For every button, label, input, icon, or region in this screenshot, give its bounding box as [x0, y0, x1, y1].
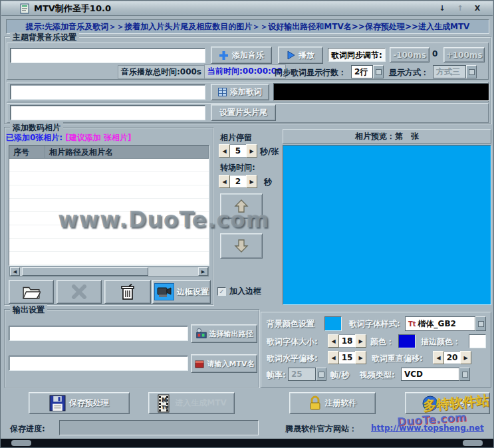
decrement-icon[interactable]: ◀ [328, 334, 339, 348]
skin-tab-left [11, 440, 31, 446]
music-file-input[interactable] [10, 48, 205, 63]
font-size-value[interactable]: 18 [339, 334, 355, 348]
svg-text:TV: TV [162, 405, 169, 410]
add-music-button[interactable]: 添加音乐 [211, 47, 272, 64]
lyrics-display-box [273, 83, 489, 101]
font-size-spinner[interactable]: ◀ 18 ▶ [328, 334, 366, 348]
decrement-icon[interactable]: ◀ [219, 175, 230, 188]
fps-label: 帧率: [267, 370, 286, 381]
font-style-select[interactable]: Tt 楷体_GB2 [405, 316, 486, 331]
restore-icon[interactable]: ↑ [455, 3, 465, 13]
mtv-name-input[interactable] [9, 356, 188, 371]
border-settings-button[interactable]: 边框设置 [152, 280, 211, 304]
select-output-path-label: 选择输出路径 [209, 329, 253, 339]
clear-photos-button[interactable] [104, 280, 151, 304]
save-preprocess-button[interactable]: 保存预处理 [29, 392, 130, 414]
site-link[interactable]: http://www.topsheng.net [371, 423, 484, 433]
add-border-option[interactable]: ✓ 加入边框 [217, 286, 261, 297]
lyric-lines-select[interactable]: 2行 [351, 65, 384, 78]
photos-added-label: 已添加0张相片: [建议添加 张相片] [6, 132, 132, 144]
output-group: 输出设置 [4, 309, 259, 388]
dropdown-icon[interactable] [459, 368, 470, 381]
photo-stay-value[interactable]: 5 [230, 144, 246, 158]
font-size-label: 歌词字体大小: [267, 336, 318, 348]
question-icon: ? [422, 395, 438, 411]
font-style-label: 歌词字体样式: [349, 318, 400, 330]
font-color-swatch[interactable] [398, 334, 416, 348]
x-icon [70, 284, 88, 299]
lock-icon [309, 395, 322, 411]
floppy-icon [49, 395, 66, 411]
titles-file-input[interactable] [10, 105, 205, 120]
v-offset-spinner[interactable]: ◀ 20 ▶ [433, 351, 471, 364]
move-up-button[interactable] [220, 193, 263, 219]
photo-preview-area [283, 145, 491, 305]
add-border-label: 加入边框 [229, 286, 261, 297]
output-path-input[interactable] [9, 326, 188, 341]
add-lyrics-button[interactable]: 添加歌词 [211, 84, 269, 100]
increment-icon[interactable]: ▶ [246, 144, 257, 158]
dropdown-icon[interactable] [466, 65, 477, 78]
scrollbar-track[interactable] [20, 267, 198, 276]
scrollbar-thumb[interactable] [22, 267, 148, 276]
photo-table-body[interactable] [9, 159, 209, 265]
video-type-select[interactable]: VCD [401, 368, 470, 381]
plus-100ms-button[interactable]: +100ms [443, 47, 485, 62]
add-photos-button[interactable] [9, 280, 54, 304]
bg-color-label: 背景颜色设置 [267, 318, 314, 330]
display-mode-select[interactable]: 方式三 [433, 65, 477, 78]
scroll-right-icon[interactable]: ▶ [198, 267, 208, 276]
minus-100ms-button[interactable]: -100ms [390, 47, 430, 62]
delete-photo-button[interactable] [57, 280, 102, 304]
fps-value: 25 [291, 370, 303, 379]
add-border-checkbox[interactable]: ✓ [217, 287, 226, 296]
fps-select[interactable]: 25 [288, 368, 326, 381]
red-box-icon [194, 358, 205, 369]
h-offset-spinner[interactable]: ◀ 15 ▶ [328, 351, 366, 364]
move-down-button[interactable] [220, 233, 263, 259]
bg-color-swatch[interactable] [324, 316, 342, 331]
outline-color-swatch[interactable] [469, 334, 486, 348]
column-seq: 序号 [9, 146, 45, 158]
transition-spinner[interactable]: ◀ 2 ▶ [219, 175, 257, 188]
increment-icon[interactable]: ▶ [355, 351, 366, 364]
help-button[interactable]: ? 操作帮助 [405, 392, 490, 414]
window-title: MTV制作圣手10.0 [34, 3, 111, 15]
v-offset-value[interactable]: 20 [444, 351, 460, 364]
dropdown-icon[interactable] [475, 316, 486, 331]
minimize-icon[interactable]: ↓ [437, 3, 447, 13]
font-name-value: 楷体_GB2 [418, 318, 456, 330]
lyrics-file-input[interactable] [10, 84, 205, 100]
select-output-path-button[interactable]: 选择输出路径 [191, 324, 257, 343]
transition-value[interactable]: 2 [230, 175, 246, 188]
v-offset-label: 歌词重直偏移: [372, 353, 423, 364]
set-titles-button[interactable]: 设置片头片尾 [211, 104, 276, 121]
increment-icon[interactable]: ▶ [355, 334, 366, 348]
play-button[interactable]: 播放 [278, 47, 323, 64]
decrement-icon[interactable]: ◀ [328, 351, 339, 364]
enter-mtv-name-button[interactable]: 请输入MTV名 [191, 354, 257, 373]
dropdown-icon[interactable] [373, 65, 384, 78]
register-label: 注册软件 [325, 397, 357, 409]
dropdown-icon[interactable] [316, 368, 326, 381]
progress-bar [59, 420, 259, 435]
h-offset-value[interactable]: 15 [339, 351, 355, 364]
photo-table[interactable]: 序号 相片路径及相片名 [9, 145, 209, 266]
close-icon[interactable]: X [472, 3, 483, 13]
increment-icon[interactable]: ▶ [246, 175, 257, 188]
sync-adjust-label: 歌词同步调节: [328, 48, 386, 62]
font-color-label: 颜色： [370, 336, 394, 348]
scroll-left-icon[interactable]: ◀ [10, 267, 20, 276]
generate-mtv-button[interactable]: MTV 进入生成MTV [148, 392, 235, 414]
h-offset-label: 歌词水平偏移: [267, 353, 318, 364]
photo-stay-spinner[interactable]: ◀ 5 ▶ [219, 144, 257, 158]
mtv-film-icon: MTV [156, 394, 171, 413]
register-button[interactable]: 注册软件 [289, 392, 376, 414]
play-label: 播放 [299, 50, 314, 61]
decrement-icon[interactable]: ◀ [219, 144, 230, 158]
photo-table-scrollbar[interactable]: ◀ ▶ [9, 267, 209, 277]
decrement-icon[interactable]: ◀ [433, 351, 444, 364]
increment-icon[interactable]: ▶ [460, 351, 471, 364]
suggest-count-text: [建议添加 张相片] [65, 133, 131, 142]
music-group-title: 主题背景音乐设置 [10, 32, 79, 43]
